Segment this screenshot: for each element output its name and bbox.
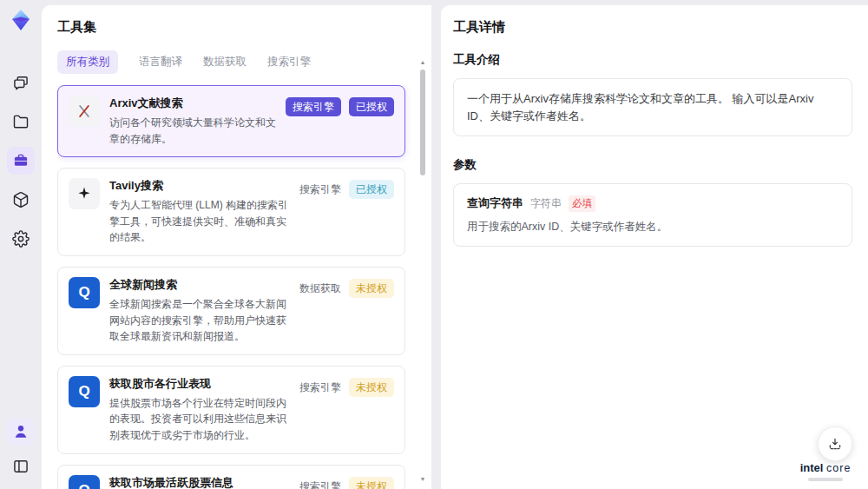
chat-icon: [12, 74, 30, 91]
sidebar-nav-bottom: [7, 418, 35, 480]
tool-card[interactable]: Arxiv文献搜索访问各个研究领域大量科学论文和文章的存储库。搜索引擎已授权: [57, 85, 405, 157]
sidebar-nav: [7, 69, 35, 253]
parameter-header: 查询字符串字符串必填: [467, 195, 838, 212]
scrollbar-thumb[interactable]: [420, 69, 425, 175]
parameter-description: 用于搜索的Arxiv ID、关键字或作者姓名。: [467, 220, 838, 235]
cube-icon: [12, 191, 30, 208]
intro-box: 一个用于从Arxiv存储库搜索科学论文和文章的工具。 输入可以是Arxiv ID…: [453, 78, 852, 136]
tool-card-body: 获取股市各行业表现提供股票市场各个行业在特定时间段内的表现。投资者可以利用这些信…: [109, 376, 290, 444]
tool-badges: 搜索引擎未授权: [299, 378, 394, 397]
parameter-item: 查询字符串字符串必填用于搜索的Arxiv ID、关键字或作者姓名。: [453, 183, 852, 247]
brand-logo: intel core: [795, 462, 856, 481]
briefcase-icon: [12, 152, 30, 169]
tool-card[interactable]: Q获取股市各行业表现提供股票市场各个行业在特定时间段内的表现。投资者可以利用这些…: [57, 366, 405, 454]
tool-badges: 数据获取未授权: [299, 279, 394, 298]
auth-status-badge: 已授权: [349, 180, 394, 199]
brand-primary: intel: [800, 461, 824, 474]
tab-1[interactable]: 语言翻译: [139, 50, 182, 74]
list-scrollbar[interactable]: ▲ ▼: [418, 59, 427, 482]
tool-card-body: Arxiv文献搜索访问各个研究领域大量科学论文和文章的存储库。: [109, 96, 276, 147]
tool-description: 访问各个研究领域大量科学论文和文章的存储库。: [109, 115, 276, 147]
arxiv-logo: [69, 96, 100, 127]
sidebar-item-chat[interactable]: [7, 69, 35, 96]
sidebar: [0, 0, 42, 489]
tool-detail-panel: 工具详情 工具介绍 一个用于从Arxiv存储库搜索科学论文和文章的工具。 输入可…: [441, 5, 868, 489]
tool-card-body: 全球新闻搜索全球新闻搜索是一个聚合全球各大新闻网站内容的搜索引擎，帮助用户快速获…: [109, 277, 290, 345]
category-badge: 搜索引擎: [299, 378, 341, 397]
folder-icon: [12, 113, 30, 130]
category-badge: 搜索引擎: [299, 477, 341, 489]
intro-heading: 工具介绍: [453, 52, 852, 68]
tool-card[interactable]: Q获取市场最活跃股票信息提供当天交易量最高的股票列表，投资者可以利用这些信息来识…: [57, 465, 405, 489]
download-button[interactable]: [818, 426, 852, 461]
tools-panel: 工具集 所有类别语言翻译数据获取搜索引擎 Arxiv文献搜索访问各个研究领域大量…: [42, 5, 431, 489]
app-logo-icon: [9, 8, 33, 32]
tools-panel-title: 工具集: [57, 19, 418, 36]
tool-badges: 搜索引擎已授权: [286, 97, 394, 116]
auth-status-badge: 未授权: [349, 378, 394, 397]
gear-icon: [12, 230, 30, 248]
parameter-required-badge: 必填: [569, 195, 595, 212]
auth-status-badge: 未授权: [349, 279, 394, 298]
auth-status-badge: 未授权: [349, 477, 394, 489]
scrollbar-up-icon[interactable]: ▲: [418, 59, 427, 65]
tool-name: 获取股市各行业表现: [109, 376, 290, 392]
tool-card-list: Arxiv文献搜索访问各个研究领域大量科学论文和文章的存储库。搜索引擎已授权Ta…: [57, 85, 418, 489]
category-tabs: 所有类别语言翻译数据获取搜索引擎: [57, 50, 418, 74]
tavily-logo: [69, 178, 100, 209]
tool-description: 专为人工智能代理 (LLM) 构建的搜索引擎工具，可快速提供实时、准确和真实的结…: [109, 197, 290, 246]
tool-description: 全球新闻搜索是一个聚合全球各大新闻网站内容的搜索引擎，帮助用户快速获取全球最新资…: [109, 296, 290, 345]
scrollbar-down-icon[interactable]: ▼: [418, 476, 427, 482]
tab-0[interactable]: 所有类别: [57, 50, 118, 74]
tool-card-body: Tavily搜索专为人工智能代理 (LLM) 构建的搜索引擎工具，可快速提供实时…: [109, 178, 290, 246]
tool-badges: 搜索引擎未授权: [299, 477, 394, 489]
qnews-logo: Q: [69, 277, 100, 308]
tool-card[interactable]: Tavily搜索专为人工智能代理 (LLM) 构建的搜索引擎工具，可快速提供实时…: [57, 168, 405, 256]
category-badge: 搜索引擎: [286, 97, 341, 116]
sidebar-item-collapse[interactable]: [7, 453, 35, 480]
tab-3[interactable]: 搜索引擎: [267, 50, 311, 74]
sidebar-item-tools[interactable]: [7, 147, 35, 175]
detail-panel-title: 工具详情: [453, 19, 852, 36]
layout-icon: [12, 458, 30, 475]
sidebar-item-files[interactable]: [7, 108, 35, 135]
parameter-type: 字符串: [530, 196, 562, 211]
tool-card[interactable]: Q全球新闻搜索全球新闻搜索是一个聚合全球各大新闻网站内容的搜索引擎，帮助用户快速…: [57, 267, 405, 355]
sidebar-item-models[interactable]: [7, 186, 35, 214]
tool-name: Arxiv文献搜索: [109, 96, 276, 111]
tool-badges: 搜索引擎已授权: [299, 180, 394, 199]
category-badge: 搜索引擎: [299, 180, 341, 199]
tool-name: 获取市场最活跃股票信息: [109, 475, 290, 489]
brand-subtext: [808, 478, 843, 481]
brand-secondary: core: [826, 462, 851, 474]
sidebar-item-profile[interactable]: [7, 418, 35, 446]
parameter-name: 查询字符串: [467, 195, 523, 211]
qnews-logo: Q: [69, 475, 100, 489]
tool-description: 提供股票市场各个行业在特定时间段内的表现。投资者可以利用这些信息来识别表现优于或…: [109, 395, 290, 444]
params-list: 查询字符串字符串必填用于搜索的Arxiv ID、关键字或作者姓名。: [453, 183, 852, 247]
tool-name: 全球新闻搜索: [109, 277, 290, 293]
qnews-logo: Q: [69, 376, 100, 407]
tool-card-body: 获取市场最活跃股票信息提供当天交易量最高的股票列表，投资者可以利用这些信息来识别…: [109, 475, 290, 489]
tool-name: Tavily搜索: [109, 178, 290, 194]
user-icon: [12, 423, 30, 440]
category-badge: 数据获取: [299, 279, 341, 298]
download-icon: [827, 436, 843, 452]
tab-2[interactable]: 数据获取: [203, 50, 247, 74]
sidebar-item-settings[interactable]: [7, 225, 35, 253]
params-heading: 参数: [453, 157, 852, 173]
auth-status-badge: 已授权: [349, 97, 394, 116]
